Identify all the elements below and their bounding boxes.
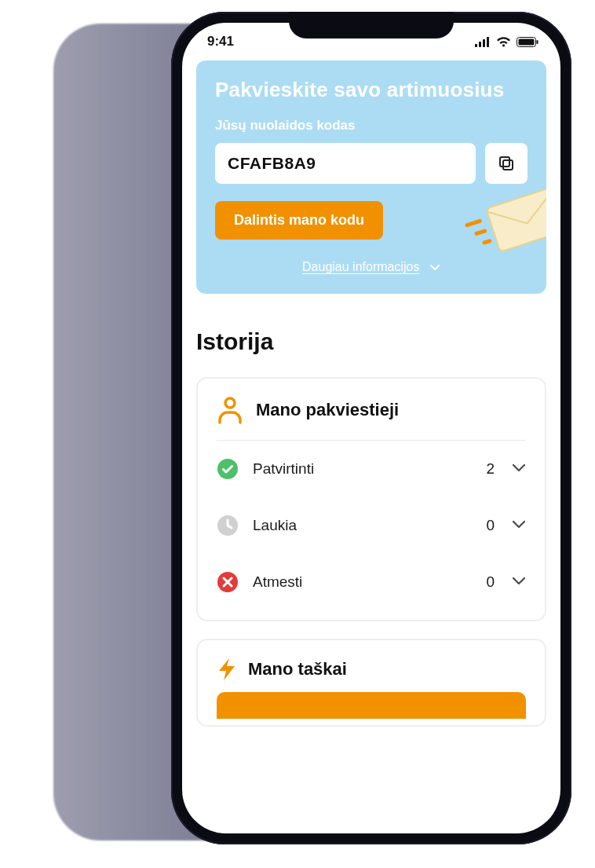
x-circle-icon [217,571,239,593]
svg-rect-10 [465,218,482,228]
chevron-down-icon [429,264,440,272]
invite-title: Pakvieskite savo artimuosius [215,78,527,102]
status-time: 9:41 [207,34,234,49]
invited-card: Mano pakviestieji Patvirtinti 2 [196,377,546,621]
points-card-title: Mano taškai [248,659,347,679]
user-icon [217,396,243,424]
row-label: Patvirtinti [253,460,486,478]
svg-rect-12 [482,238,492,244]
phone-frame: 9:41 Pakvieskite savo artimuosius Jūsų n… [171,12,571,844]
cellular-icon [475,37,491,47]
svg-rect-0 [475,44,477,47]
row-count: 0 [486,573,495,591]
row-count: 2 [486,460,495,478]
row-label: Laukia [253,517,486,534]
row-pending[interactable]: Laukia 0 [217,497,526,554]
share-button[interactable]: Dalintis mano kodu [215,201,383,240]
row-rejected[interactable]: Atmesti 0 [217,554,526,610]
points-bar [217,692,526,719]
history-title: Istorija [196,328,546,355]
invite-subtitle: Jūsų nuolaidos kodas [215,118,527,134]
more-info-label: Daugiau informacijos [302,260,419,273]
svg-rect-2 [483,39,485,47]
row-confirmed[interactable]: Patvirtinti 2 [217,441,526,497]
svg-point-13 [225,398,235,408]
chevron-down-icon [512,463,526,473]
svg-rect-5 [519,38,535,45]
copy-icon [497,154,516,173]
status-icons [475,37,538,47]
svg-rect-11 [474,229,487,236]
invited-card-title: Mano pakviestieji [256,400,399,420]
clock-icon [217,515,239,537]
invite-card: Pakvieskite savo artimuosius Jūsų nuolai… [196,60,546,294]
battery-icon [517,37,538,47]
phone-notch [289,12,454,38]
svg-rect-7 [503,160,513,170]
wifi-icon [496,37,511,47]
chevron-down-icon [512,520,526,529]
svg-rect-3 [487,37,489,47]
discount-code: CFAFB8A9 [215,143,476,184]
phone-screen: 9:41 Pakvieskite savo artimuosius Jūsų n… [182,23,560,833]
chevron-down-icon [512,577,526,586]
svg-rect-8 [500,157,509,167]
check-circle-icon [217,458,239,480]
svg-rect-1 [479,42,481,47]
svg-rect-6 [537,40,538,44]
row-label: Atmesti [253,573,486,591]
row-count: 0 [486,517,495,534]
points-card: Mano taškai [196,639,546,727]
bolt-icon [217,657,237,681]
